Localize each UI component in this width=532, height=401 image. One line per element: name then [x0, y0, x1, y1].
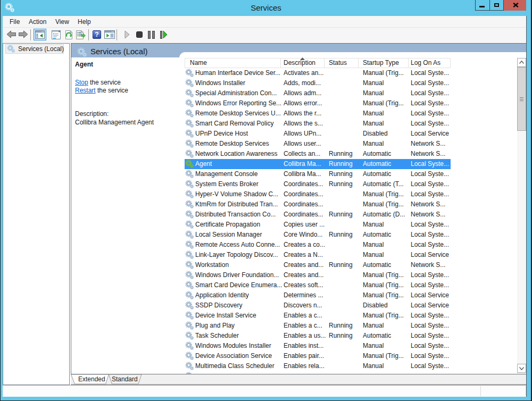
svg-text:?: ? [95, 31, 98, 38]
